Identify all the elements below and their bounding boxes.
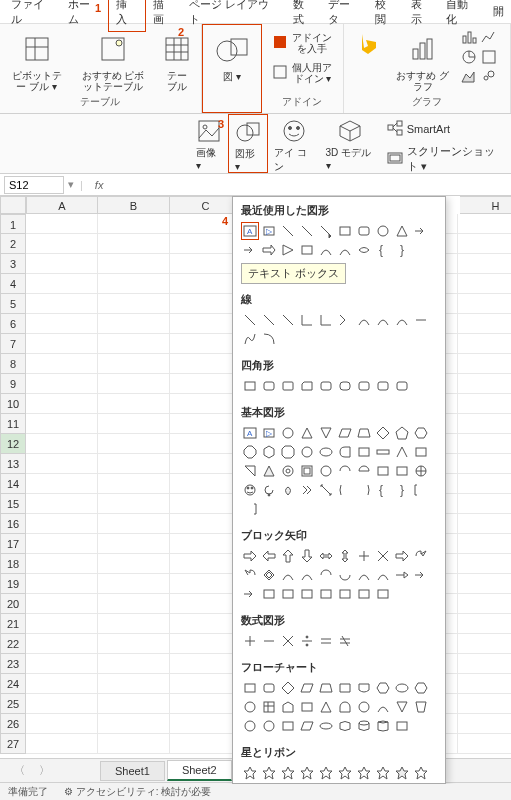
row-header[interactable]: 16 bbox=[0, 514, 26, 534]
recommended-charts-button[interactable]: おすすめ グラフ bbox=[392, 28, 454, 94]
shape-option[interactable] bbox=[374, 717, 392, 735]
col-header-b[interactable]: B bbox=[98, 196, 170, 214]
shape-option[interactable] bbox=[412, 222, 430, 240]
shape-option[interactable]: A bbox=[241, 222, 259, 240]
shape-option[interactable] bbox=[374, 547, 392, 565]
shape-option[interactable] bbox=[241, 311, 259, 329]
shape-option[interactable] bbox=[260, 717, 278, 735]
shape-option[interactable] bbox=[317, 632, 335, 650]
shape-option[interactable] bbox=[374, 698, 392, 716]
shape-option[interactable] bbox=[279, 632, 297, 650]
cell[interactable] bbox=[98, 214, 170, 234]
cell[interactable] bbox=[98, 294, 170, 314]
menu-dev[interactable]: 開 bbox=[486, 0, 511, 23]
cell[interactable] bbox=[98, 694, 170, 714]
shape-option[interactable] bbox=[260, 241, 278, 259]
cell[interactable] bbox=[458, 314, 511, 334]
cell[interactable] bbox=[98, 334, 170, 354]
shape-option[interactable] bbox=[298, 481, 316, 499]
shape-option[interactable] bbox=[279, 424, 297, 442]
cell[interactable] bbox=[458, 374, 511, 394]
shape-option[interactable] bbox=[355, 698, 373, 716]
shape-option[interactable] bbox=[241, 330, 259, 348]
cell[interactable] bbox=[458, 454, 511, 474]
shape-option[interactable]: A bbox=[241, 424, 259, 442]
shape-option[interactable] bbox=[336, 764, 354, 782]
shape-option[interactable] bbox=[393, 311, 411, 329]
cell[interactable] bbox=[26, 274, 98, 294]
cell[interactable] bbox=[458, 354, 511, 374]
select-all-corner[interactable] bbox=[0, 196, 26, 214]
shape-option[interactable] bbox=[298, 547, 316, 565]
shape-option[interactable] bbox=[298, 377, 316, 395]
cell[interactable] bbox=[26, 714, 98, 734]
cell[interactable] bbox=[458, 274, 511, 294]
shape-option[interactable] bbox=[317, 377, 335, 395]
shape-option[interactable] bbox=[317, 443, 335, 461]
row-header[interactable]: 1 bbox=[0, 214, 26, 234]
shape-option[interactable] bbox=[355, 377, 373, 395]
shape-option[interactable] bbox=[317, 566, 335, 584]
shape-option[interactable] bbox=[317, 547, 335, 565]
shape-option[interactable] bbox=[412, 462, 430, 480]
shape-option[interactable] bbox=[355, 462, 373, 480]
shape-option[interactable] bbox=[279, 443, 297, 461]
shape-option[interactable]: { bbox=[374, 481, 392, 499]
shape-option[interactable] bbox=[317, 481, 335, 499]
shapes-button[interactable]: 図形 ▾ bbox=[228, 114, 268, 173]
shape-option[interactable] bbox=[241, 547, 259, 565]
cell[interactable] bbox=[26, 514, 98, 534]
shape-option[interactable]: { bbox=[374, 241, 392, 259]
shape-option[interactable] bbox=[279, 377, 297, 395]
shape-option[interactable] bbox=[374, 585, 392, 603]
cell[interactable] bbox=[98, 494, 170, 514]
shape-option[interactable] bbox=[260, 698, 278, 716]
shape-option[interactable] bbox=[336, 679, 354, 697]
shape-option[interactable] bbox=[393, 462, 411, 480]
shape-option[interactable] bbox=[355, 547, 373, 565]
shape-option[interactable] bbox=[336, 566, 354, 584]
cell[interactable] bbox=[458, 634, 511, 654]
cell[interactable] bbox=[98, 734, 170, 754]
cell[interactable] bbox=[98, 374, 170, 394]
cell[interactable] bbox=[98, 514, 170, 534]
shape-option[interactable] bbox=[336, 462, 354, 480]
row-header[interactable]: 19 bbox=[0, 574, 26, 594]
row-header[interactable]: 23 bbox=[0, 654, 26, 674]
shape-option[interactable] bbox=[374, 566, 392, 584]
cell[interactable] bbox=[458, 674, 511, 694]
cell[interactable] bbox=[458, 554, 511, 574]
row-header[interactable]: 4 bbox=[0, 274, 26, 294]
shape-option[interactable] bbox=[336, 222, 354, 240]
shape-option[interactable] bbox=[336, 585, 354, 603]
shape-option[interactable] bbox=[355, 241, 373, 259]
cell[interactable] bbox=[26, 494, 98, 514]
shape-option[interactable] bbox=[279, 566, 297, 584]
illustrations-button[interactable]: 図 ▾ bbox=[209, 29, 255, 84]
row-header[interactable]: 25 bbox=[0, 694, 26, 714]
shape-option[interactable] bbox=[355, 424, 373, 442]
shape-option[interactable] bbox=[355, 222, 373, 240]
cell[interactable] bbox=[458, 654, 511, 674]
cell[interactable] bbox=[98, 474, 170, 494]
shape-option[interactable] bbox=[260, 481, 278, 499]
shape-option[interactable] bbox=[298, 698, 316, 716]
shape-option[interactable] bbox=[260, 585, 278, 603]
shape-option[interactable] bbox=[317, 783, 335, 784]
cell[interactable] bbox=[26, 434, 98, 454]
shape-option[interactable] bbox=[279, 241, 297, 259]
shape-option[interactable] bbox=[241, 481, 259, 499]
cell[interactable] bbox=[26, 534, 98, 554]
shape-option[interactable] bbox=[355, 783, 373, 784]
row-header[interactable]: 18 bbox=[0, 554, 26, 574]
cell[interactable] bbox=[458, 734, 511, 754]
chart-type-1[interactable] bbox=[460, 28, 478, 46]
shape-option[interactable] bbox=[336, 632, 354, 650]
shape-option[interactable] bbox=[241, 443, 259, 461]
shape-option[interactable] bbox=[412, 481, 430, 499]
shape-option[interactable] bbox=[317, 764, 335, 782]
shape-option[interactable]: } bbox=[393, 241, 411, 259]
row-header[interactable]: 8 bbox=[0, 354, 26, 374]
row-header[interactable]: 26 bbox=[0, 714, 26, 734]
row-header[interactable]: 3 bbox=[0, 254, 26, 274]
